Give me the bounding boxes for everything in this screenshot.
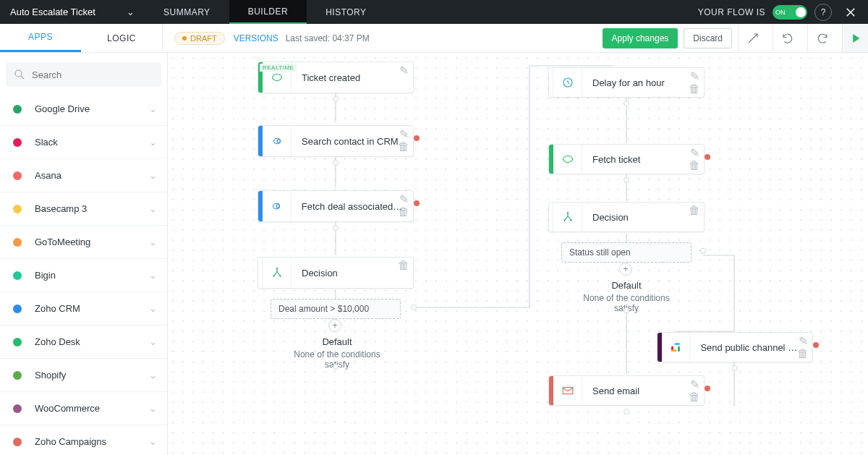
- node-send-email[interactable]: Send email ✎🗑: [548, 375, 705, 406]
- app-item-bigin[interactable]: Bigin⌄: [0, 259, 167, 292]
- condition-deal-amount[interactable]: Deal amount > $10,000: [271, 299, 401, 319]
- edit-node-button[interactable]: ✎: [399, 194, 409, 204]
- app-item-zoho-crm[interactable]: Zoho CRM⌄: [0, 292, 167, 326]
- node-slack-message[interactable]: Send public channel m... ✎🗑: [657, 332, 813, 362]
- error-indicator[interactable]: [414, 200, 420, 206]
- node-decision-2[interactable]: Decision 🗑: [548, 202, 705, 232]
- app-icon: [10, 135, 25, 150]
- error-indicator[interactable]: [813, 342, 819, 348]
- error-indicator[interactable]: [705, 386, 710, 391]
- node-delay[interactable]: Delay for an hour ✎🗑: [548, 67, 705, 98]
- add-condition-button[interactable]: +: [328, 319, 341, 332]
- undo-button[interactable]: [773, 24, 801, 52]
- error-indicator[interactable]: [414, 135, 420, 141]
- edit-node-button[interactable]: ✎: [689, 71, 699, 81]
- app-name: GoToMeeting: [35, 237, 90, 247]
- delete-node-button[interactable]: 🗑: [689, 161, 699, 171]
- app-name: Bigin: [35, 270, 56, 281]
- delete-node-button[interactable]: 🗑: [689, 205, 699, 216]
- node-label: Send email: [582, 386, 650, 396]
- magic-wand-button[interactable]: [738, 24, 767, 52]
- app-name: Zoho CRM: [35, 303, 80, 314]
- app-item-gotomeeting[interactable]: GoToMeeting⌄: [0, 226, 167, 259]
- subtab-logic[interactable]: LOGIC: [81, 24, 162, 52]
- realtime-badge: REALTIME: [260, 64, 297, 72]
- condition-status-open[interactable]: Status still open: [561, 242, 692, 263]
- app-item-asana[interactable]: Asana⌄: [0, 159, 167, 192]
- node-label: Send public channel m...: [690, 342, 812, 353]
- app-name: Google Drive: [35, 103, 90, 114]
- add-condition-button[interactable]: +: [619, 263, 632, 276]
- error-indicator[interactable]: [705, 154, 710, 160]
- node-decision-1[interactable]: Decision 🗑: [258, 257, 414, 289]
- node-label: Decision: [582, 212, 639, 223]
- tab-summary[interactable]: SUMMARY: [145, 0, 229, 24]
- node-trigger[interactable]: REALTIME Ticket created ✎: [258, 61, 414, 93]
- help-button[interactable]: ?: [814, 4, 832, 21]
- zoho-crm-icon: [263, 126, 292, 156]
- svg-point-15: [273, 275, 274, 276]
- app-name: Asana: [35, 170, 61, 181]
- flow-title-dropdown[interactable]: Auto Escalate Ticket ⌄: [0, 7, 145, 17]
- app-icon: [10, 235, 25, 250]
- app-icon: [10, 335, 25, 349]
- close-icon: [844, 6, 857, 19]
- chevron-down-icon: ⌄: [149, 203, 157, 214]
- app-name: Zoho Campaigns: [35, 436, 106, 447]
- tab-builder[interactable]: BUILDER: [229, 0, 307, 24]
- delete-node-button[interactable]: 🗑: [399, 260, 409, 271]
- node-fetch-deal[interactable]: Fetch deal associated ... ✎🗑: [258, 190, 414, 222]
- svg-rect-22: [675, 343, 681, 345]
- app-item-zoho-desk[interactable]: Zoho Desk⌄: [0, 326, 167, 359]
- app-item-woocommerce[interactable]: WooCommerce⌄: [0, 392, 167, 425]
- app-item-google-drive[interactable]: Google Drive⌄: [0, 93, 167, 126]
- decision-icon: [553, 203, 582, 231]
- app-item-zoho-campaigns[interactable]: Zoho Campaigns⌄: [0, 425, 167, 455]
- chevron-down-icon: ⌄: [149, 403, 157, 414]
- app-item-shopify[interactable]: Shopify⌄: [0, 359, 167, 392]
- node-label: Fetch deal associated ...: [292, 201, 413, 212]
- flow-status-label: YOUR FLOW IS: [698, 7, 765, 17]
- flow-on-toggle[interactable]: ON: [773, 5, 807, 20]
- apply-changes-button[interactable]: Apply changes: [603, 28, 678, 48]
- edit-node-button[interactable]: ✎: [399, 129, 409, 139]
- delete-node-button[interactable]: 🗑: [689, 392, 699, 402]
- delete-node-button[interactable]: 🗑: [689, 84, 699, 94]
- node-label: Fetch ticket: [582, 154, 650, 165]
- app-name: Slack: [35, 137, 58, 148]
- app-name: Shopify: [35, 370, 66, 380]
- discard-button[interactable]: Discard: [684, 28, 732, 48]
- svg-point-2: [13, 138, 22, 147]
- close-button[interactable]: [839, 1, 862, 24]
- app-item-slack[interactable]: Slack⌄: [0, 126, 167, 159]
- delete-node-button[interactable]: 🗑: [399, 142, 409, 152]
- node-fetch-ticket[interactable]: Fetch ticket ✎🗑: [548, 144, 705, 174]
- svg-point-13: [276, 205, 280, 208]
- tab-history[interactable]: HISTORY: [307, 0, 385, 24]
- svg-point-6: [13, 271, 22, 280]
- run-flow-button[interactable]: [842, 24, 868, 52]
- draft-badge: DRAFT: [174, 32, 225, 45]
- app-search[interactable]: [6, 62, 161, 87]
- chevron-down-icon: ⌄: [149, 170, 157, 181]
- delete-node-button[interactable]: 🗑: [798, 349, 808, 359]
- edit-node-button[interactable]: ✎: [798, 336, 808, 346]
- subtab-apps[interactable]: APPS: [0, 24, 81, 52]
- edit-node-button[interactable]: ✎: [399, 65, 409, 75]
- flow-canvas[interactable]: REALTIME Ticket created ✎ Search contact…: [168, 53, 868, 455]
- zoho-desk-icon: [553, 145, 582, 174]
- redo-button[interactable]: [807, 24, 836, 52]
- app-item-basecamp-3[interactable]: Basecamp 3⌄: [0, 192, 167, 226]
- clock-icon: [553, 68, 582, 97]
- svg-point-11: [13, 438, 22, 446]
- delete-node-button[interactable]: 🗑: [399, 207, 409, 217]
- search-input[interactable]: [32, 69, 154, 80]
- versions-link[interactable]: VERSIONS: [234, 33, 278, 43]
- node-search-contact[interactable]: Search contact in CRM ✎🗑: [258, 125, 414, 157]
- edit-node-button[interactable]: ✎: [689, 148, 699, 158]
- node-label: Ticket created: [292, 72, 370, 83]
- chevron-down-icon: ⌄: [149, 436, 157, 447]
- app-icon: [10, 368, 25, 383]
- svg-point-8: [13, 338, 22, 346]
- edit-node-button[interactable]: ✎: [689, 379, 699, 389]
